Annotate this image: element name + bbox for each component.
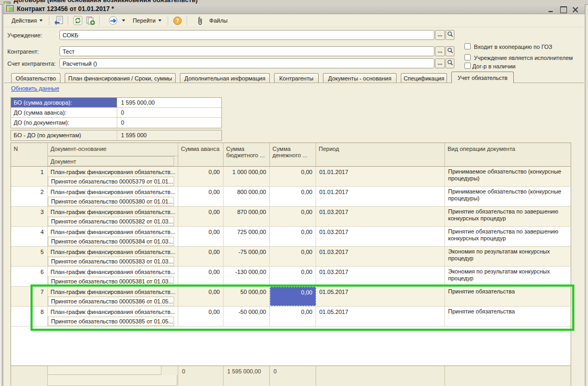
tab-financing-plan[interactable]: План финансирования / Сроки, суммы xyxy=(65,73,176,83)
account-field[interactable]: Расчетный () xyxy=(59,58,434,68)
summary-row[interactable]: ДО (сумма аванса): 0 xyxy=(11,108,221,118)
row-number-cell[interactable]: 5 xyxy=(11,247,48,266)
money-amount-cell[interactable]: 0,00 xyxy=(270,207,316,226)
column-header-document-basis[interactable]: Документ-основание xyxy=(48,143,178,156)
refresh-data-link[interactable]: Обновить данные xyxy=(11,85,59,92)
budget-amount-cell[interactable]: 50 000,00 xyxy=(224,287,270,306)
document-cell[interactable]: Принятое обязательство 00005385 от 01.05… xyxy=(48,317,174,326)
column-header-operation-type[interactable]: Вид операции документа xyxy=(445,143,572,166)
row-number-cell[interactable]: 8 xyxy=(11,307,48,326)
money-amount-cell[interactable]: 0,00 xyxy=(270,167,316,186)
table-row[interactable]: 7План-график финансирования обязательств… xyxy=(11,287,571,307)
summary-total-value[interactable]: 1 595 000 xyxy=(117,130,221,140)
money-amount-cell[interactable]: 0,00 xyxy=(270,247,316,266)
column-header-document-sub[interactable]: Документ xyxy=(48,156,174,166)
account-ellipsis-button[interactable]: ... xyxy=(435,58,445,68)
copy-add-icon[interactable] xyxy=(85,15,96,26)
advance-amount-cell[interactable]: 0,00 xyxy=(178,227,224,246)
summary-total-label[interactable]: БО - ДО (по документам) xyxy=(11,130,117,140)
summary-value-do-docs[interactable]: 0 xyxy=(117,118,221,128)
row-number-cell[interactable]: 4 xyxy=(11,227,48,246)
row-number-cell[interactable]: 6 xyxy=(11,267,48,286)
document-cell[interactable]: Принятое обязательство 00005384 от 01.03… xyxy=(48,237,174,246)
operation-type-cell[interactable]: Принятие обязательства xyxy=(445,307,571,326)
tab-basis-documents[interactable]: Документы - основания xyxy=(323,73,397,83)
table-row[interactable]: 2План-график финансирования обязательств… xyxy=(11,187,571,207)
advance-amount-cell[interactable]: 0,00 xyxy=(178,267,224,286)
money-amount-cell[interactable]: 0,00 xyxy=(270,227,316,246)
table-row[interactable]: 5План-график финансирования обязательств… xyxy=(11,247,571,267)
period-cell[interactable]: 01.05.2017 xyxy=(316,307,445,326)
budget-amount-cell[interactable]: -75 000,00 xyxy=(224,247,270,266)
summary-value-bo[interactable]: 1 595 000,00 xyxy=(117,98,221,107)
table-row[interactable]: 1План-график финансирования обязательств… xyxy=(11,167,571,187)
advance-amount-cell[interactable]: 0,00 xyxy=(178,247,224,266)
document-cell[interactable]: Принятое обязательство 00005382 от 01.03… xyxy=(48,217,174,226)
column-header-n[interactable]: N xyxy=(11,143,48,166)
document-cell[interactable]: Принятое обязательство 00005383 от 01.03… xyxy=(48,257,174,266)
tab-specification[interactable]: Спецификация xyxy=(401,73,447,83)
budget-amount-cell[interactable]: 800 000,00 xyxy=(224,187,270,206)
advance-amount-cell[interactable]: 0,00 xyxy=(178,287,224,306)
institution-field[interactable]: СОКБ xyxy=(59,30,434,40)
money-amount-cell[interactable]: 0,00 xyxy=(270,267,316,286)
save-post-icon[interactable] xyxy=(54,15,64,26)
summary-row[interactable]: ДО (по документам): 0 xyxy=(11,118,221,128)
titlebar[interactable]: Контракт 123456 от 01.01.2017 * xyxy=(3,4,585,14)
table-row[interactable]: 6План-график финансирования обязательств… xyxy=(11,267,571,287)
period-cell[interactable]: 01.01.2017 xyxy=(316,167,445,186)
operation-type-cell[interactable]: Принятие обязательства по завершению кон… xyxy=(445,207,571,226)
row-number-cell[interactable]: 3 xyxy=(11,207,48,226)
advance-amount-cell[interactable]: 0,00 xyxy=(178,207,224,226)
document-cell[interactable]: Принятое обязательство 00005386 от 01.05… xyxy=(48,297,174,306)
maximize-icon[interactable] xyxy=(560,6,566,13)
counterparty-field[interactable]: Тест xyxy=(59,46,434,56)
budget-amount-cell[interactable]: -50 000,00 xyxy=(224,307,270,326)
budget-amount-cell[interactable]: 1 000 000,00 xyxy=(224,167,270,186)
go-arrow-button[interactable] xyxy=(103,13,129,28)
table-row[interactable]: 8План-график финансирования обязательств… xyxy=(11,307,571,327)
go-menu-button[interactable]: Перейти xyxy=(129,15,165,26)
summary-row[interactable]: БО (сумма договора): 1 595 000,00 xyxy=(11,98,221,108)
operation-type-cell[interactable]: Экономия по результатам конкурсных проце… xyxy=(445,247,571,266)
tab-obligation[interactable]: Обязательство xyxy=(11,73,60,83)
period-cell[interactable]: 01.03.2017 xyxy=(316,267,445,286)
actions-button[interactable]: Действия xyxy=(8,15,46,26)
budget-amount-cell[interactable]: 870 000,00 xyxy=(224,207,270,226)
document-cell[interactable]: Принятое обязательство 00005380 от 01.01… xyxy=(48,197,174,206)
budget-amount-cell[interactable]: 725 000,00 xyxy=(224,227,270,246)
summary-total-row[interactable]: БО - ДО (по документам) 1 595 000 xyxy=(11,130,221,140)
row-number-cell[interactable]: 2 xyxy=(11,187,48,206)
summary-label-bo[interactable]: БО (сумма договора): xyxy=(11,98,117,107)
account-lookup-icon[interactable] xyxy=(445,58,454,68)
column-header-money[interactable]: Сумма денежного ... xyxy=(270,143,316,166)
operation-type-cell[interactable]: Принимаемое обязательство (конкурсные пр… xyxy=(445,187,571,206)
tab-counterparties[interactable]: Контрагенты xyxy=(274,73,319,83)
counterparty-ellipsis-button[interactable]: ... xyxy=(435,46,445,56)
refresh-icon[interactable] xyxy=(73,15,83,26)
column-header-document[interactable]: Документ-основание Документ xyxy=(48,143,178,166)
row-number-cell[interactable]: 1 xyxy=(11,167,48,186)
table-row[interactable]: 3План-график финансирования обязательств… xyxy=(11,207,571,227)
summary-value-do-advance[interactable]: 0 xyxy=(117,108,221,117)
operation-type-cell[interactable]: Экономия по результатам конкурсных проце… xyxy=(445,267,571,286)
money-amount-cell[interactable]: 0,00 xyxy=(270,187,316,206)
document-cell[interactable]: Принятое обязательство 00005381 от 01.03… xyxy=(48,277,174,286)
advance-amount-cell[interactable]: 0,00 xyxy=(178,167,224,186)
advance-amount-cell[interactable]: 0,00 xyxy=(178,307,224,326)
gos-cooperation-checkbox[interactable] xyxy=(464,43,471,49)
period-cell[interactable]: 01.03.2017 xyxy=(316,207,445,226)
operation-type-cell[interactable]: Принятие обязательства по завершению кон… xyxy=(445,227,571,246)
contract-available-checkbox[interactable] xyxy=(464,63,471,69)
summary-label-do-advance[interactable]: ДО (сумма аванса): xyxy=(11,108,117,117)
money-amount-cell[interactable]: 0,00 xyxy=(270,287,316,306)
tab-obligation-accounting[interactable]: Учет обязательств xyxy=(451,72,514,83)
period-cell[interactable]: 01.01.2017 xyxy=(316,187,445,206)
counterparty-lookup-icon[interactable] xyxy=(445,46,454,56)
operation-type-cell[interactable]: Принятие обязательства xyxy=(445,287,571,306)
table-row[interactable]: 4План-график финансирования обязательств… xyxy=(11,227,571,247)
operation-type-cell[interactable]: Принимаемое обязательство (конкурсные пр… xyxy=(445,167,571,186)
column-header-advance[interactable]: Сумма аванса xyxy=(178,143,224,166)
period-cell[interactable]: 01.03.2017 xyxy=(316,247,445,266)
advance-amount-cell[interactable]: 0,00 xyxy=(178,187,224,206)
